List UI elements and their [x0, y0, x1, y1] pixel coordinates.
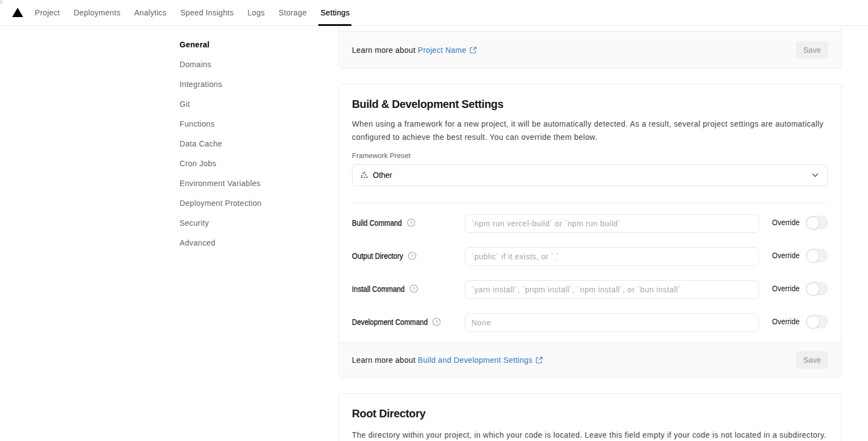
svg-text:?: ?	[435, 319, 438, 324]
svg-text:?: ?	[413, 286, 415, 291]
svg-text:?: ?	[410, 220, 413, 225]
svg-text:?: ?	[411, 253, 414, 258]
